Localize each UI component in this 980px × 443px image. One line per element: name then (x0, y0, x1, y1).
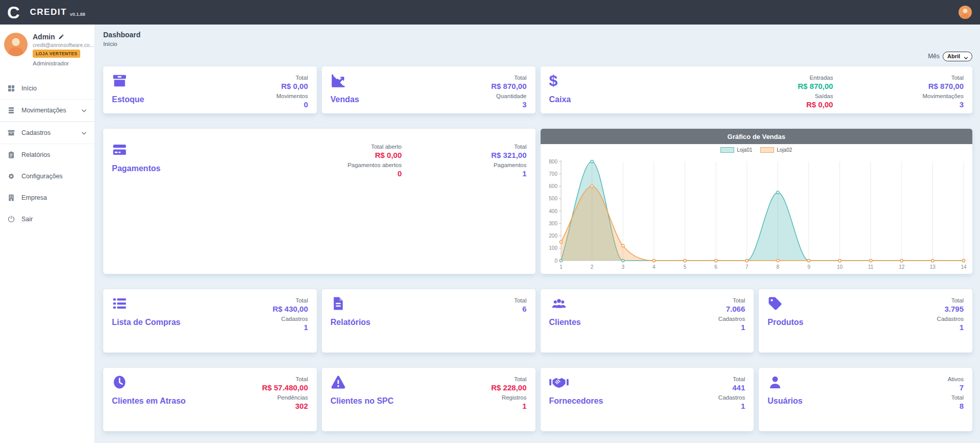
sidebar-nav: Início Movimentações Cadastros (0, 78, 95, 230)
svg-text:11: 11 (868, 264, 873, 270)
card-relatorios[interactable]: Relatórios Total 6 (322, 289, 535, 353)
stat-label: Total aberto (371, 144, 402, 150)
sidebar-item-empresa[interactable]: Empresa (0, 187, 95, 208)
edit-profile-icon[interactable] (58, 34, 64, 40)
stat-label: Total (295, 297, 308, 304)
sidebar: Admin credit@anronsoftware.co... LOJA VE… (0, 25, 95, 443)
users-icon (549, 296, 569, 311)
legend-label: Loja02 (777, 147, 792, 153)
gear-icon (7, 172, 15, 180)
cards-grid: Estoque Total R$ 0,00 Movimentos 0 (103, 66, 972, 431)
svg-text:14: 14 (961, 264, 967, 270)
credit-card-icon (112, 142, 127, 157)
card-fornecedores[interactable]: Fornecedores Total 441 Cadastros 1 (541, 368, 754, 431)
sidebar-item-label: Configurações (21, 173, 63, 180)
sidebar-item-cadastros[interactable]: Cadastros (0, 122, 95, 144)
sidebar-item-inicio[interactable]: Início (0, 78, 95, 99)
sidebar-item-label: Movimentações (21, 107, 66, 114)
power-icon (7, 215, 15, 223)
stat-value: R$ 57.480,00 (262, 383, 308, 392)
archive-icon (7, 129, 15, 137)
stat-label: Total (514, 144, 526, 150)
stat-label: Movimentações (922, 93, 964, 99)
card-pagamentos[interactable]: Pagamentos Total aberto R$ 0,00 Pagament… (103, 129, 535, 274)
stat-label: Quantidade (496, 93, 526, 99)
building-icon (7, 194, 15, 202)
stat-label: Cadastros (281, 316, 308, 322)
store-badge: LOJA VERTENTES (33, 50, 80, 58)
stat-label: Pendências (277, 394, 308, 401)
card-title: Pagamentos (112, 164, 160, 173)
legend-item[interactable]: Loja01 (720, 147, 752, 153)
sidebar-item-movimentacoes[interactable]: Movimentações (0, 99, 95, 122)
svg-text:0: 0 (554, 258, 557, 264)
user-icon (767, 375, 783, 390)
stat-label: Cadastros (718, 316, 745, 322)
legend-item[interactable]: Loja02 (760, 147, 792, 153)
svg-text:500: 500 (549, 196, 557, 201)
card-title: Clientes (549, 318, 581, 327)
sidebar-user-block: Admin credit@anronsoftware.co... LOJA VE… (0, 25, 95, 73)
card-clientes-em-atraso[interactable]: Clientes em Atraso Total R$ 57.480,00 Pe… (103, 368, 317, 431)
brand-name: CREDIT (30, 7, 67, 17)
svg-text:800: 800 (549, 159, 557, 165)
chevron-down-icon (81, 130, 87, 136)
legend-label: Loja01 (737, 147, 752, 153)
sidebar-item-label: Empresa (21, 194, 47, 201)
stat-value: R$ 0,00 (806, 100, 833, 109)
card-clientes-no-spc[interactable]: Clientes no SPC Total R$ 228,00 Registro… (322, 368, 535, 431)
card-caixa[interactable]: $ Caixa Entradas R$ 870,00 Saídas R$ 0,0… (541, 66, 973, 113)
user-avatar-icon[interactable] (959, 6, 972, 19)
sales-chart-plot: 1234567891011121314010020030040050060070… (543, 156, 969, 272)
stat-value: 302 (295, 402, 308, 410)
svg-text:100: 100 (549, 245, 557, 251)
chevron-down-icon (81, 107, 87, 114)
user-role: Administrador (33, 60, 69, 66)
card-title: Caixa (549, 95, 571, 104)
card-title: Estoque (112, 95, 144, 104)
card-title: Vendas (331, 95, 359, 104)
stat-value: 1 (304, 323, 308, 332)
stat-label: Total (514, 297, 526, 304)
sidebar-item-label: Início (21, 85, 37, 92)
page-title: Dashboard (103, 31, 972, 39)
card-estoque[interactable]: Estoque Total R$ 0,00 Movimentos 0 (103, 66, 317, 113)
card-lista-de-compras[interactable]: Lista de Compras Total R$ 430,00 Cadastr… (103, 289, 317, 353)
svg-text:3: 3 (621, 264, 624, 270)
logo-icon: C (7, 0, 20, 25)
stat-value: R$ 870,00 (491, 82, 526, 90)
month-select[interactable]: Abril (943, 52, 972, 61)
stat-value: 1 (741, 402, 745, 410)
stat-value: 0 (398, 169, 402, 178)
handshake-icon (549, 375, 569, 390)
card-title: Clientes em Atraso (112, 397, 185, 406)
card-title: Lista de Compras (112, 318, 180, 327)
svg-text:6: 6 (714, 264, 717, 270)
list-icon (112, 296, 127, 311)
stat-value: 8 (960, 402, 964, 410)
stat-value: 1 (522, 169, 526, 178)
sidebar-item-relatorios[interactable]: Relatórios (0, 144, 95, 166)
layers-icon (7, 106, 15, 114)
stat-label: Total (514, 376, 526, 382)
stat-value: R$ 228,00 (491, 383, 526, 392)
document-icon (331, 296, 346, 311)
svg-text:300: 300 (549, 221, 557, 226)
svg-text:600: 600 (549, 183, 557, 189)
legend-swatch-icon (760, 147, 774, 153)
svg-text:200: 200 (549, 233, 557, 239)
sidebar-item-configuracoes[interactable]: Configurações (0, 166, 95, 187)
card-vendas[interactable]: Vendas Total R$ 870,00 Quantidade 3 (322, 66, 535, 113)
sidebar-item-sair[interactable]: Sair (0, 208, 95, 230)
stat-value: 0 (304, 100, 308, 109)
stat-value: R$ 321,00 (491, 151, 526, 159)
stat-label: Cadastros (937, 316, 964, 322)
card-usuarios[interactable]: Usuários Ativos 7 Total 8 (759, 368, 972, 431)
svg-text:8: 8 (776, 264, 779, 270)
sidebar-avatar-icon[interactable] (4, 33, 28, 56)
stat-value: 6 (522, 305, 526, 313)
card-produtos[interactable]: Produtos Total 3.795 Cadastros 1 (759, 289, 972, 353)
card-title: Usuários (767, 397, 802, 406)
card-clientes[interactable]: Clientes Total 7.066 Cadastros 1 (541, 289, 754, 353)
chart-legend: Loja01Loja02 (541, 147, 973, 153)
